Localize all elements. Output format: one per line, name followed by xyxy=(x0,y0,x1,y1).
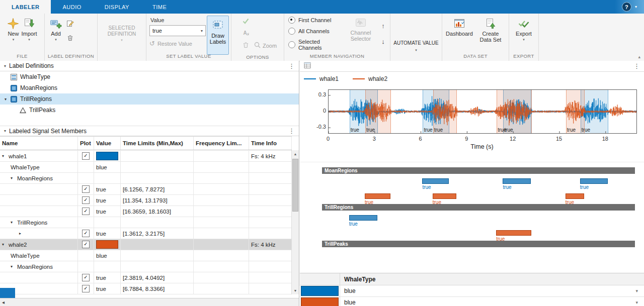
column-header-name[interactable]: Name xyxy=(0,137,78,150)
tree-item-whaletype[interactable]: WhaleType xyxy=(0,71,299,82)
tab-time[interactable]: TIME xyxy=(141,0,178,14)
label-region-bar[interactable] xyxy=(566,193,584,199)
signal-color-swatch[interactable] xyxy=(96,152,118,160)
plot-checkbox[interactable]: ✓ xyxy=(82,274,90,281)
member-table-row[interactable]: ✓true[6.1256, 7.8272] xyxy=(0,184,292,195)
row-expander-icon[interactable]: ▾ xyxy=(11,220,15,225)
collapse-section-icon[interactable]: ▾ xyxy=(4,64,6,68)
column-header-frequency-lim-[interactable]: Frequency Lim... xyxy=(194,137,249,150)
zoom-button[interactable]: Zoom xyxy=(254,41,277,50)
member-table-row[interactable]: ✓true[2.3819, 4.0492] xyxy=(0,272,292,283)
minimize-ribbon-icon[interactable]: ▴ xyxy=(638,54,640,59)
signal-view-menu-icon[interactable]: ⋮ xyxy=(633,62,640,70)
create-data-set-button[interactable]: Create Data Set xyxy=(476,14,505,53)
plot-checkbox[interactable]: ✓ xyxy=(82,241,90,248)
delete-definition-button[interactable] xyxy=(65,33,75,44)
tree-item-trillpeaks[interactable]: TrillPeaks xyxy=(0,105,299,116)
plot-checkbox[interactable]: ✓ xyxy=(82,230,90,237)
channel-selector-button[interactable]: Channel Selector xyxy=(348,14,374,53)
dropdown-caret-icon[interactable]: ▾ xyxy=(635,288,638,293)
dashboard-button[interactable]: Dashboard xyxy=(446,14,473,53)
next-member-button[interactable]: ↓ xyxy=(378,36,388,47)
label-region-bar[interactable] xyxy=(503,178,531,184)
help-menu-caret-icon[interactable]: ▾ xyxy=(635,5,637,9)
label-definitions-header[interactable]: ▾ Label Definitions ⋮ xyxy=(0,61,299,71)
plot-checkbox[interactable]: ✓ xyxy=(82,152,90,160)
plot-checkbox[interactable]: ✓ xyxy=(82,185,90,193)
collapse-section-icon[interactable]: ▾ xyxy=(4,129,6,133)
tree-item-moanregions[interactable]: MoanRegions xyxy=(0,82,299,93)
member-table-row[interactable]: ✓true[6.7884, 8.3366] xyxy=(0,283,292,294)
scroll-down-button[interactable]: ▼ xyxy=(292,287,299,294)
column-header-plot[interactable]: Plot xyxy=(78,137,94,150)
member-table-row[interactable]: WhaleTypeblue xyxy=(0,250,292,261)
tab-display[interactable]: DISPLAY xyxy=(93,0,141,14)
column-header-time-limits-min-max-[interactable]: Time Limits (Min,Max) xyxy=(121,137,194,150)
scroll-up-button[interactable]: ▲ xyxy=(292,150,299,158)
label-region-bar[interactable] xyxy=(433,193,456,199)
automate-value-gallery[interactable]: AUTOMATE VALUE ▾ xyxy=(393,40,438,52)
radio-selected-channels[interactable]: Selected Channels xyxy=(288,39,344,51)
label-definitions-menu-icon[interactable]: ⋮ xyxy=(288,62,295,70)
value-cell[interactable]: blue▾ xyxy=(340,297,644,306)
column-header-value[interactable]: Value xyxy=(94,137,121,150)
add-label-definition-button[interactable]: Add ▾ xyxy=(50,14,62,53)
waveform-plot[interactable]: truetruetruetruetruetruetruetrue xyxy=(328,89,637,134)
member-table-row[interactable]: ✓true[11.354, 13.1793] xyxy=(0,195,292,206)
value-table-row[interactable]: blue▾ xyxy=(300,285,644,297)
tab-labeler[interactable]: LABELER xyxy=(0,0,51,14)
collapse-panel-icon[interactable]: ◂ xyxy=(2,299,5,305)
tab-audio[interactable]: AUDIO xyxy=(51,0,93,14)
row-expander-icon[interactable]: ▾ xyxy=(2,154,7,158)
label-region-bar[interactable] xyxy=(496,230,531,236)
label-value-combobox[interactable]: true ▾ xyxy=(149,25,206,36)
dropdown-caret-icon[interactable]: ▾ xyxy=(635,300,638,305)
member-table-row[interactable]: ✓true[16.3659, 18.1603] xyxy=(0,206,292,217)
draw-labels-button[interactable]: Draw Labels xyxy=(207,16,229,55)
value-table-row[interactable]: blue▾ xyxy=(300,297,644,306)
value-cell[interactable]: blue▾ xyxy=(340,285,644,296)
member-table-row[interactable]: ▾whale2✓Fs: 4 kHz xyxy=(0,239,292,250)
member-table-row[interactable]: WhaleTypeblue xyxy=(0,162,292,173)
radio-all-channels[interactable]: All Channels xyxy=(288,28,344,35)
members-menu-icon[interactable]: ⋮ xyxy=(288,127,295,135)
delete-labels-button[interactable] xyxy=(240,40,251,51)
member-table-row[interactable]: ▾MoanRegions xyxy=(0,261,292,272)
new-button[interactable]: New ▾ xyxy=(7,14,19,53)
plot-checkbox[interactable]: ✓ xyxy=(82,208,90,215)
row-expander-icon[interactable]: ▾ xyxy=(2,242,7,247)
radio-first-channel[interactable]: First Channel xyxy=(288,17,344,24)
plot-checkbox[interactable]: ✓ xyxy=(82,196,90,204)
tree-item-trillregions[interactable]: ▾TrillRegions xyxy=(0,93,299,105)
previous-member-button[interactable]: ↑ xyxy=(378,21,388,31)
member-table-row[interactable]: ▾TrillRegions xyxy=(0,217,292,228)
tree-expander-icon[interactable]: ▾ xyxy=(3,97,8,101)
accept-label-button[interactable] xyxy=(240,16,251,27)
table-view-icon[interactable] xyxy=(304,62,311,70)
member-table-row[interactable]: ▸✓true[1.3612, 3.2175] xyxy=(0,228,292,239)
members-header[interactable]: ▾ Labeled Signal Set Members ⋮ xyxy=(0,126,299,136)
member-table-row[interactable]: ▾whale1✓Fs: 4 kHz xyxy=(0,151,292,162)
row-expander-icon[interactable]: ▾ xyxy=(11,176,15,180)
member-table-row[interactable]: ▾MoanRegions xyxy=(0,173,292,184)
label-region-bar[interactable] xyxy=(580,178,608,184)
label-attributes-button[interactable]: A xyxy=(240,28,251,39)
scroll-thumb[interactable] xyxy=(292,159,298,212)
label-region-bar[interactable] xyxy=(365,193,390,199)
plot-checkbox[interactable]: ✓ xyxy=(82,285,90,292)
export-button[interactable]: Export ▾ xyxy=(516,14,532,53)
restore-value-button[interactable]: ↺ Restore Value xyxy=(149,41,203,47)
legend-label: whale1 xyxy=(319,75,339,82)
signal-color-swatch[interactable] xyxy=(96,240,118,249)
row-expander-icon[interactable]: ▸ xyxy=(19,231,24,236)
help-button[interactable]: ? xyxy=(622,2,631,12)
add-label: Add xyxy=(51,31,61,37)
row-expander-icon[interactable]: ▾ xyxy=(11,264,15,269)
label-region-bar[interactable] xyxy=(349,215,378,221)
members-scrollbar[interactable]: ▲ ▼ xyxy=(291,150,299,294)
column-header-time-info[interactable]: Time Info xyxy=(249,137,292,150)
edit-definition-button[interactable] xyxy=(65,19,75,29)
import-button[interactable]: Import ▾ xyxy=(21,14,37,53)
selected-definition-dropdown[interactable]: SELECTED DEFINITION ▾ xyxy=(103,25,141,42)
label-region-bar[interactable] xyxy=(422,178,448,184)
